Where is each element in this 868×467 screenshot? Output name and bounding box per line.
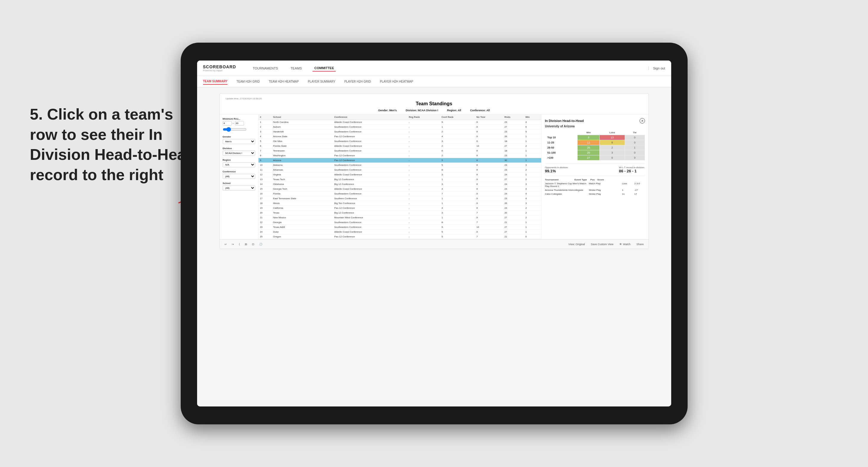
h2h-row: >100 27 0 0 — [545, 155, 645, 160]
view-original-button[interactable]: View: Original — [567, 242, 586, 246]
cell-school: Alabama — [272, 163, 333, 167]
h2h-range-label: 26-50 — [545, 145, 578, 150]
cell-conference: Big 12 Conference — [333, 177, 407, 182]
t1-result: Loss — [622, 182, 632, 188]
gender-select[interactable]: Men's — [223, 139, 255, 144]
table-row[interactable]: 21 New Mexico Mountain West Conference -… — [258, 215, 541, 220]
cell-rnds: 27 — [503, 144, 524, 149]
table-row[interactable]: 13 Texas Tech Big 12 Conference - 1 9 27… — [258, 177, 541, 182]
min-rou-input[interactable] — [223, 121, 232, 126]
step-back-button[interactable]: ⟨ — [238, 242, 241, 246]
redo-button[interactable]: ↪ — [230, 242, 235, 246]
table-row[interactable]: 8 Washington Pac-12 Conference - 2 8 23 … — [258, 153, 541, 158]
cell-win: 0 — [524, 235, 541, 239]
save-custom-button[interactable]: Save Custom View — [589, 242, 615, 246]
table-row[interactable]: 6 Florida State Atlantic Coast Conferenc… — [258, 144, 541, 149]
sign-out[interactable]: Sign out — [649, 66, 665, 70]
cell-conference: Pac-12 Conference — [333, 134, 407, 139]
conference-select[interactable]: (All) — [223, 174, 255, 179]
region-filter-group: Region N/A — [223, 159, 255, 167]
h2h-loss-cell: 2 — [600, 145, 625, 150]
table-row[interactable]: 5 Ole Miss Southeastern Conference - 3 6… — [258, 139, 541, 144]
cell-win: 1 — [524, 134, 541, 139]
max-rou-input[interactable] — [235, 121, 244, 126]
rou-range-slider[interactable] — [223, 127, 247, 132]
cell-conference: Southern Conference — [333, 196, 407, 201]
cell-rnds: 20 — [503, 211, 524, 215]
table-row[interactable]: 15 Georgia Tech Atlantic Coast Conferenc… — [258, 187, 541, 191]
paste-button[interactable]: ⊡ — [251, 242, 255, 246]
sub-nav-team-h2h-heatmap[interactable]: TEAM H2H HEATMAP — [269, 79, 299, 84]
cell-school: North Carolina — [272, 120, 333, 125]
table-row[interactable]: 19 California Pac-12 Conference - 4 8 24… — [258, 206, 541, 211]
cell-rank: 17 — [258, 196, 272, 201]
sub-nav-player-h2h-grid[interactable]: PLAYER H2H GRID — [344, 79, 371, 84]
cell-win: 5 — [524, 129, 541, 134]
copy-button[interactable]: ⊞ — [244, 242, 248, 246]
tablet-shell: SCOREBOARD Powered by clippd TOURNAMENTS… — [181, 43, 688, 424]
cell-school: Oklahoma — [272, 182, 333, 187]
table-row[interactable]: 10 Alabama Southeastern Conference - 5 8… — [258, 163, 541, 167]
sub-nav-player-summary[interactable]: PLAYER SUMMARY — [308, 79, 335, 84]
table-row[interactable]: 14 Oklahoma Big 12 Conference - 3 8 24 3 — [258, 182, 541, 187]
h2h-title: In Division Head-to-Head — [545, 119, 584, 123]
bottom-toolbar: ↩ ↪ ⟨ ⊞ ⊡ 🕐 View: Original Save Custom V… — [220, 239, 649, 249]
min-rou-label: Minimum Rou... — [223, 118, 255, 120]
table-row[interactable]: 1 North Carolina Atlantic Coast Conferen… — [258, 120, 541, 125]
cell-reg: - — [407, 182, 440, 187]
division-filter-group: Division NCAA Division I — [223, 147, 255, 156]
cell-reg: - — [407, 191, 440, 196]
h2h-row: 26-50 25 2 1 — [545, 145, 645, 150]
h2h-title-row: In Division Head-to-Head ✕ — [545, 118, 645, 123]
table-row[interactable]: 2 Auburn Southeastern Conference - 1 9 2… — [258, 125, 541, 129]
h2h-loss-header: Loss — [600, 130, 625, 135]
cell-conf: 3 — [440, 182, 475, 187]
nav-committee[interactable]: COMMITTEE — [312, 65, 336, 71]
table-row[interactable]: 9 Arizona Pac-12 Conference - 5 8 30 1 — [258, 158, 541, 163]
cell-conference: Pac-12 Conference — [333, 206, 407, 211]
cell-school: Oregon — [272, 235, 333, 239]
h2h-row: Top 10 3 13 0 — [545, 135, 645, 140]
table-row[interactable]: 7 Tennessee Southeastern Conference - 6 … — [258, 149, 541, 153]
cell-school: Florida State — [272, 144, 333, 149]
table-row[interactable]: 18 Illinois Big Ten Conference - 1 9 26 … — [258, 201, 541, 206]
cell-rnds: 23 — [503, 120, 524, 125]
standings-header: Update time: 27/03/2024 19:56:26 Team St… — [220, 94, 649, 115]
cell-conference: Atlantic Coast Conference — [333, 187, 407, 191]
undo-button[interactable]: ↩ — [223, 242, 228, 246]
cell-conference: Southeastern Conference — [333, 167, 407, 173]
table-row[interactable]: 11 Arkansas Southeastern Conference - 8 … — [258, 167, 541, 173]
cell-notour: 9 — [475, 201, 503, 206]
cell-rank: 9 — [258, 158, 272, 163]
cell-reg: - — [407, 158, 440, 163]
table-row[interactable]: 12 Virginia Atlantic Coast Conference - … — [258, 173, 541, 177]
sub-nav-player-h2h-heatmap[interactable]: PLAYER H2H HEATMAP — [380, 79, 413, 84]
nav-tournaments[interactable]: TOURNAMENTS — [251, 65, 280, 71]
table-row[interactable]: 3 Vanderbilt Southeastern Conference - 2… — [258, 129, 541, 134]
sub-nav-team-summary[interactable]: TEAM SUMMARY — [203, 79, 227, 85]
cell-rnds: 27 — [503, 229, 524, 235]
h2h-close-button[interactable]: ✕ — [640, 118, 645, 123]
share-button[interactable]: Share — [635, 242, 645, 246]
school-select[interactable]: (All) — [223, 186, 255, 191]
table-row[interactable]: 23 Texas A&M Southeastern Conference - 9… — [258, 225, 541, 229]
sub-nav-team-h2h-grid[interactable]: TEAM H2H GRID — [237, 79, 260, 84]
table-row[interactable]: 20 Texas Big 12 Conference - 3 7 20 2 — [258, 211, 541, 215]
table-row[interactable]: 24 Duke Atlantic Coast Conference - 5 9 … — [258, 229, 541, 235]
table-row[interactable]: 16 Florida Southeastern Conference - 7 9… — [258, 191, 541, 196]
h2h-loss-cell: 0 — [600, 155, 625, 160]
t3-event: Stroke Play — [589, 193, 620, 195]
table-row[interactable]: 17 East Tennessee State Southern Confere… — [258, 196, 541, 201]
cell-notour: 9 — [475, 229, 503, 235]
division-select[interactable]: NCAA Division I — [223, 151, 255, 156]
table-row[interactable]: 4 Arizona State Pac-12 Conference - 4 9 … — [258, 134, 541, 139]
table-row[interactable]: 22 Georgia Southeastern Conference - 8 7… — [258, 220, 541, 225]
cell-rnds: 23 — [503, 163, 524, 167]
table-area: # School Conference Reg Rank Conf Rank N… — [258, 115, 541, 239]
region-select[interactable]: N/A — [223, 162, 255, 167]
nav-teams[interactable]: TEAMS — [289, 65, 304, 71]
clock-button[interactable]: 🕐 — [258, 242, 264, 246]
table-row[interactable]: 25 Oregon Pac-12 Conference - 5 7 21 0 — [258, 235, 541, 239]
watch-button[interactable]: 👁 Watch — [618, 242, 631, 246]
cell-notour: 8 — [475, 149, 503, 153]
